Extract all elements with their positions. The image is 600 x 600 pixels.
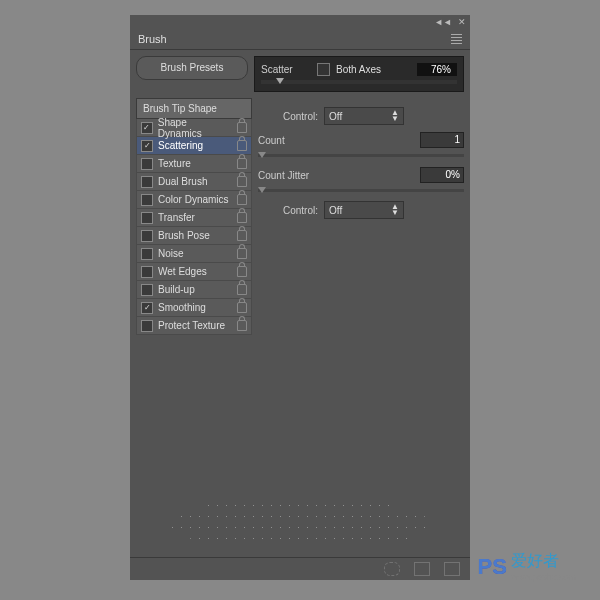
sidebar-item-texture[interactable]: Texture [136, 155, 252, 173]
item-label: Brush Pose [158, 230, 210, 241]
checkbox-icon[interactable] [141, 266, 153, 278]
watermark: PS 爱好者 www.psahz.com [478, 551, 576, 582]
scatter-slider[interactable] [261, 80, 457, 84]
lock-icon[interactable] [237, 158, 247, 169]
preset-icon[interactable] [414, 562, 430, 576]
watermark-url: www.psahz.com [511, 572, 576, 582]
item-label: Scattering [158, 140, 203, 151]
lock-icon[interactable] [237, 176, 247, 187]
sidebar-item-brush-pose[interactable]: Brush Pose [136, 227, 252, 245]
brush-preview [130, 494, 470, 554]
item-label: Wet Edges [158, 266, 207, 277]
jitter-label: Count Jitter [258, 170, 414, 181]
lock-icon[interactable] [237, 194, 247, 205]
sidebar-item-build-up[interactable]: Build-up [136, 281, 252, 299]
scatter-header: Scatter Both Axes 76% [254, 56, 464, 92]
jitter-value[interactable]: 0% [420, 167, 464, 183]
scatter-label: Scatter [261, 64, 311, 75]
checkbox-icon[interactable] [141, 194, 153, 206]
sidebar: Brush Tip Shape ✓Shape Dynamics✓Scatteri… [136, 98, 252, 518]
lock-icon[interactable] [237, 140, 247, 151]
checkbox-icon[interactable] [141, 176, 153, 188]
jitter-slider[interactable] [258, 189, 464, 192]
count-slider[interactable] [258, 154, 464, 157]
both-axes-checkbox[interactable] [317, 63, 330, 76]
item-label: Smoothing [158, 302, 206, 313]
checkbox-icon[interactable] [141, 212, 153, 224]
brush-presets-button[interactable]: Brush Presets [136, 56, 248, 80]
checkbox-icon[interactable] [141, 158, 153, 170]
control2-label: Control: [258, 205, 318, 216]
lock-icon[interactable] [237, 230, 247, 241]
collapse-icon[interactable]: ◄◄ [434, 17, 452, 27]
item-label: Shape Dynamics [158, 117, 232, 139]
bottom-bar [130, 557, 470, 580]
checkbox-icon[interactable] [141, 230, 153, 242]
lock-icon[interactable] [237, 212, 247, 223]
panel-tab[interactable]: Brush [130, 29, 470, 50]
item-label: Build-up [158, 284, 195, 295]
settings-area: Control: Off▲▼ Count 1 Count Jitter 0% C… [258, 98, 464, 518]
count-value[interactable]: 1 [420, 132, 464, 148]
lock-icon[interactable] [237, 248, 247, 259]
control2-select[interactable]: Off▲▼ [324, 201, 404, 219]
item-label: Protect Texture [158, 320, 225, 331]
sidebar-item-protect-texture[interactable]: Protect Texture [136, 317, 252, 335]
scatter-percent[interactable]: 76% [417, 63, 457, 76]
panel-title: Brush [138, 33, 167, 45]
sidebar-item-color-dynamics[interactable]: Color Dynamics [136, 191, 252, 209]
both-axes-label: Both Axes [336, 64, 381, 75]
lock-icon[interactable] [237, 122, 247, 133]
lock-icon[interactable] [237, 320, 247, 331]
titlebar: ◄◄ ✕ [130, 15, 470, 29]
sidebar-item-scattering[interactable]: ✓Scattering [136, 137, 252, 155]
control1-label: Control: [258, 111, 318, 122]
item-label: Color Dynamics [158, 194, 229, 205]
item-label: Texture [158, 158, 191, 169]
checkbox-icon[interactable]: ✓ [141, 140, 153, 152]
sidebar-item-shape-dynamics[interactable]: ✓Shape Dynamics [136, 119, 252, 137]
checkbox-icon[interactable] [141, 248, 153, 260]
sidebar-item-transfer[interactable]: Transfer [136, 209, 252, 227]
count-label: Count [258, 135, 414, 146]
lock-icon[interactable] [237, 302, 247, 313]
lock-icon[interactable] [237, 266, 247, 277]
item-label: Dual Brush [158, 176, 207, 187]
item-label: Transfer [158, 212, 195, 223]
menu-icon[interactable] [451, 34, 462, 44]
item-label: Noise [158, 248, 184, 259]
watermark-text: 爱好者 [511, 552, 559, 569]
close-icon[interactable]: ✕ [458, 17, 466, 27]
control1-select[interactable]: Off▲▼ [324, 107, 404, 125]
checkbox-icon[interactable]: ✓ [141, 122, 153, 134]
brush-panel: ◄◄ ✕ Brush Brush Presets Scatter Both Ax… [130, 15, 470, 580]
new-icon[interactable] [444, 562, 460, 576]
sidebar-item-wet-edges[interactable]: Wet Edges [136, 263, 252, 281]
toggle-icon[interactable] [384, 562, 400, 576]
sidebar-item-smoothing[interactable]: ✓Smoothing [136, 299, 252, 317]
watermark-logo: PS [478, 554, 507, 580]
sidebar-item-noise[interactable]: Noise [136, 245, 252, 263]
sidebar-item-dual-brush[interactable]: Dual Brush [136, 173, 252, 191]
checkbox-icon[interactable] [141, 320, 153, 332]
checkbox-icon[interactable] [141, 284, 153, 296]
lock-icon[interactable] [237, 284, 247, 295]
checkbox-icon[interactable]: ✓ [141, 302, 153, 314]
